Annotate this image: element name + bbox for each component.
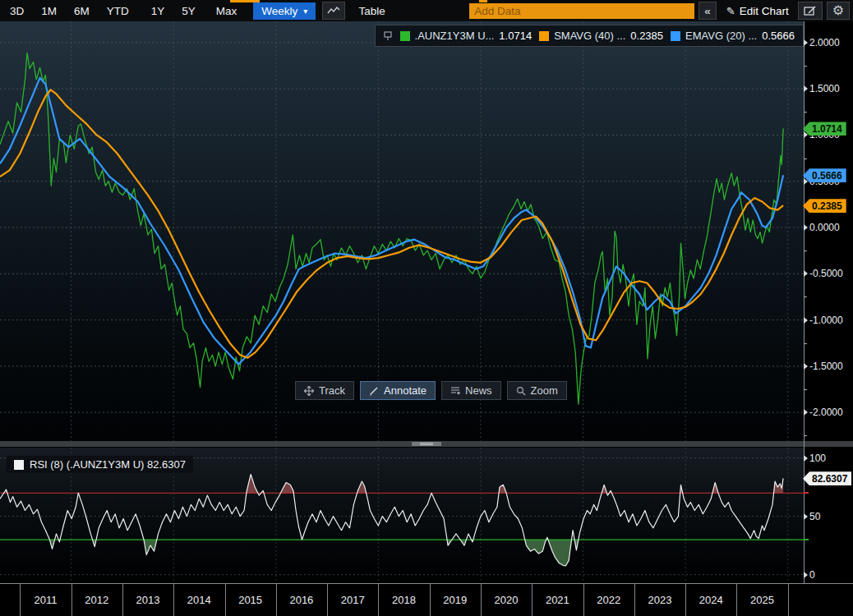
year-divider: [276, 584, 277, 616]
line-chart-icon: [327, 6, 340, 16]
year-label: 2016: [289, 594, 313, 606]
year-divider: [327, 584, 328, 616]
legend-label: EMAVG (20) ...: [685, 30, 757, 42]
rsi-axis-label: 0: [804, 569, 815, 581]
minor-tick: [804, 66, 807, 67]
smavg-value-tag: 0.2385: [803, 199, 846, 213]
chart-legend[interactable]: .AUNZ1Y3M U... 1.0714 SMAVG (40) ... 0.2…: [375, 25, 804, 47]
track-button[interactable]: Track: [295, 381, 354, 400]
year-label: 2022: [597, 594, 620, 606]
year-label: 2020: [495, 594, 519, 606]
year-divider: [481, 584, 482, 616]
track-crosshair-icon: [304, 386, 314, 396]
legend-value: 1.0714: [499, 30, 532, 42]
y-axis-label: 2.0000: [804, 37, 840, 48]
year-label: 2011: [34, 594, 57, 606]
year-divider: [634, 584, 635, 616]
y-axis-label: -1.0000: [804, 315, 843, 326]
y-axis-label: -2.0000: [804, 407, 843, 418]
minor-tick: [804, 435, 807, 436]
year-divider: [736, 584, 737, 616]
legend-item-smavg[interactable]: SMAVG (40) ... 0.2385: [539, 30, 663, 42]
year-divider: [173, 584, 174, 616]
zoom-button[interactable]: Zoom: [507, 381, 567, 400]
price-chart-plot[interactable]: [0, 21, 804, 441]
year-label: 2013: [136, 594, 160, 606]
rsi-legend[interactable]: RSI (8) (.AUNZ1Y3M U) 82.6307: [7, 456, 193, 473]
rsi-axis-label: 50: [804, 511, 820, 522]
year-label: 2025: [750, 594, 774, 606]
legend-value: 0.5666: [762, 30, 795, 42]
year-divider: [583, 584, 584, 616]
y-axis-label: 0.0000: [804, 222, 840, 233]
range-button-1m[interactable]: 1M: [36, 2, 62, 20]
window-edge-highlight: [230, 0, 260, 2]
track-label: Track: [319, 384, 345, 397]
year-divider: [71, 584, 72, 616]
news-button[interactable]: News: [441, 381, 501, 400]
legend-label: .AUNZ1Y3M U...: [415, 30, 495, 42]
annotate-button[interactable]: Annotate: [360, 381, 436, 400]
bloomberg-chart-window: 3D 1M 6M YTD 1Y 5Y Max Weekly▾ Table « ✎…: [0, 0, 853, 616]
pencil-icon: ✎: [726, 5, 735, 17]
range-button-3d[interactable]: 3D: [5, 2, 29, 20]
y-axis-label: 1.5000: [804, 83, 840, 94]
range-button-1y[interactable]: 1Y: [146, 2, 170, 20]
rsi-value-tag: 82.6307: [803, 471, 851, 485]
year-divider: [430, 584, 431, 616]
year-divider: [378, 584, 379, 616]
minor-tick: [804, 389, 807, 390]
chevron-down-icon: ▾: [303, 7, 307, 16]
legend-value: 0.2385: [630, 30, 663, 42]
zoom-label: Zoom: [531, 384, 558, 397]
settings-button[interactable]: ⚙: [827, 2, 850, 20]
edit-chart-label: Edit Chart: [740, 5, 789, 17]
main-price-chart-panel[interactable]: .AUNZ1Y3M U... 1.0714 SMAVG (40) ... 0.2…: [0, 21, 804, 441]
time-axis: 2011 2012 2013 2014 2015 2016 2017 2018 …: [0, 583, 853, 616]
range-button-5y[interactable]: 5Y: [177, 2, 201, 20]
gear-icon: ⚙: [832, 4, 844, 17]
news-label: News: [465, 384, 492, 397]
annotate-label: Annotate: [384, 384, 426, 397]
year-label: 2021: [546, 594, 569, 606]
range-button-max[interactable]: Max: [211, 2, 242, 20]
year-divider: [532, 584, 533, 616]
pin-icon[interactable]: [384, 31, 393, 41]
line-chart-type-button[interactable]: [322, 2, 345, 20]
minor-tick: [804, 251, 807, 251]
add-data-input[interactable]: [469, 3, 694, 19]
edit-box-icon: [804, 6, 817, 16]
rsi-level-tick: [804, 492, 809, 494]
range-button-ytd[interactable]: YTD: [102, 2, 134, 20]
collapse-toolbar-button[interactable]: «: [699, 2, 717, 20]
edit-chart-button[interactable]: ✎ Edit Chart: [722, 2, 794, 19]
year-divider: [685, 584, 686, 616]
legend-item-emavg[interactable]: EMAVG (20) ... 0.5666: [671, 30, 795, 42]
chart-toolbar: 3D 1M 6M YTD 1Y 5Y Max Weekly▾ Table « ✎…: [0, 0, 853, 21]
chart-annotation-settings-button[interactable]: [798, 2, 823, 20]
year-label: 2012: [85, 594, 108, 606]
legend-label: SMAVG (40) ...: [554, 30, 625, 42]
rsi-level-tick: [804, 539, 809, 540]
year-label: 2023: [648, 594, 671, 606]
year-label: 2014: [187, 594, 211, 606]
window-edge-highlight: [479, 0, 487, 2]
year-label: 2017: [341, 594, 365, 606]
year-label: 2015: [238, 594, 262, 606]
year-label: 2019: [443, 594, 467, 606]
y-axis-label: -0.5000: [804, 268, 843, 279]
table-button[interactable]: Table: [353, 2, 390, 20]
news-icon: [450, 386, 460, 395]
legend-item-price[interactable]: .AUNZ1Y3M U... 1.0714: [400, 30, 533, 42]
horizontal-scrollbar[interactable]: [0, 441, 853, 447]
year-label: 2024: [699, 594, 723, 606]
period-dropdown[interactable]: Weekly▾: [253, 2, 316, 20]
scrollbar-handle[interactable]: [412, 442, 441, 446]
magnifier-icon: [516, 386, 526, 396]
range-button-6m[interactable]: 6M: [69, 2, 95, 20]
emavg-value-tag: 0.5666: [803, 168, 846, 182]
rsi-legend-label: RSI (8) (.AUNZ1Y3M U) 82.6307: [30, 458, 186, 471]
y-axis-label: -1.5000: [804, 361, 843, 372]
rsi-indicator-panel[interactable]: RSI (8) (.AUNZ1Y3M U) 82.6307: [0, 448, 804, 583]
year-divider: [225, 584, 226, 616]
